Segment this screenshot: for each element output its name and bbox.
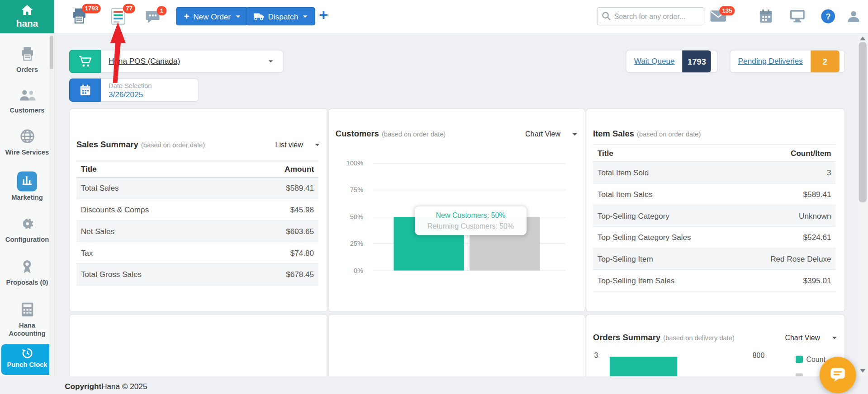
register-display-button[interactable]	[790, 9, 805, 26]
column-amount: Amount	[285, 164, 314, 174]
sales-summary-subtitle: (based on order date)	[141, 141, 205, 149]
date-selector[interactable]: Date Selection 3/26/2025	[69, 79, 199, 102]
column-count-item: Count/Item	[791, 149, 831, 158]
chevron-down-icon	[315, 144, 320, 146]
table-header: Title Amount	[76, 160, 318, 178]
pending-deliveries-link[interactable]: Pending Deliveries	[730, 50, 811, 72]
empty-card	[69, 314, 328, 376]
table-row: Total Item Sales$589.41	[593, 183, 835, 205]
chevron-down-icon	[269, 60, 273, 62]
sales-summary-view-toggle[interactable]: List view	[275, 141, 320, 149]
tooltip-new-customers: New Customers: 50%	[418, 211, 523, 220]
wait-queue-link[interactable]: Wait Queue	[626, 50, 683, 72]
print-queue-button[interactable]: 1793	[71, 8, 88, 27]
chat-fab-icon	[829, 366, 847, 383]
punch-clock-icon	[21, 347, 33, 359]
logo-text: hana	[0, 18, 54, 29]
store-selector[interactable]: Hana POS (Canada)	[69, 50, 284, 73]
sidebar-label: Marketing	[5, 193, 49, 202]
column-title: Title	[81, 164, 97, 174]
column-title: Title	[598, 149, 613, 158]
store-selector-value: Hana POS (Canada)	[109, 56, 180, 66]
messages-badge: 1	[157, 6, 166, 15]
copyright-text: Hana © 2025	[101, 382, 147, 391]
sidebar-item-wire-services[interactable]: Wire Services	[0, 129, 54, 157]
calendar-icon	[759, 9, 773, 24]
orders-count-bar[interactable]	[610, 357, 677, 376]
topbar: hana 1793 77 1 + New Order Dispatch +	[0, 0, 868, 34]
sidebar-item-proposals[interactable]: Proposals (0)	[0, 259, 54, 287]
new-order-button[interactable]: + New Order	[176, 7, 248, 25]
mail-button[interactable]: 135	[710, 10, 726, 24]
chevron-down-icon	[573, 133, 577, 135]
table-row: Total Sales$589.41	[76, 178, 318, 199]
scroll-up-arrow[interactable]	[860, 37, 865, 41]
sidebar-item-configuration[interactable]: Configuration	[0, 216, 54, 244]
sidebar-item-marketing[interactable]: Marketing	[0, 171, 54, 202]
monitor-icon	[790, 9, 805, 23]
orders-icon	[19, 47, 34, 61]
customers-card: Customers (based on order date) Chart Vi…	[328, 108, 585, 312]
orders-summary-card: Orders Summary (based on delivery date) …	[586, 314, 845, 376]
store-selector-icon-box	[69, 50, 101, 73]
mail-badge: 135	[719, 6, 735, 15]
print-queue-badge: 1793	[82, 4, 101, 14]
home-icon	[22, 5, 33, 15]
sidebar-scrollbar-thumb[interactable]	[50, 36, 53, 69]
customers-title: Customers	[336, 129, 379, 138]
user-icon	[847, 9, 861, 23]
sidebar-label: Configuration	[5, 236, 49, 244]
sidebar-item-hana-accounting[interactable]: Hana Accounting	[0, 302, 54, 338]
sidebar: Orders Customers Wire Services Marketing…	[0, 33, 55, 376]
view-toggle-label: Chart View	[525, 130, 560, 138]
calendar-button[interactable]	[759, 9, 773, 26]
open-orders-button[interactable]: 77	[111, 8, 126, 27]
punch-clock-label: Punch Clock	[1, 361, 53, 368]
item-sales-table: Title Count/Item Total Item Sold3 Total …	[593, 145, 835, 292]
logo[interactable]: hana	[0, 0, 54, 33]
add-tab-button[interactable]: +	[319, 7, 328, 24]
vertical-scrollbar[interactable]	[857, 33, 868, 376]
sidebar-item-customers[interactable]: Customers	[0, 89, 54, 115]
sidebar-label: Orders	[5, 66, 49, 75]
customers-view-toggle[interactable]: Chart View	[525, 130, 577, 138]
award-icon	[20, 259, 33, 274]
marketing-chart-icon	[17, 171, 37, 191]
messages-button[interactable]: 1	[145, 10, 161, 27]
help-button[interactable]: ?	[821, 9, 835, 23]
search-input[interactable]	[613, 8, 702, 24]
app-root: hana 1793 77 1 + New Order Dispatch +	[0, 0, 868, 394]
dispatch-button[interactable]: Dispatch	[246, 7, 316, 25]
customers-subtitle: (based on order date)	[382, 131, 446, 138]
orders-summary-view-toggle[interactable]: Chart View	[785, 333, 836, 342]
user-menu-button[interactable]	[847, 9, 861, 26]
legend-swatch-count	[796, 356, 803, 363]
copyright-label: Copyright	[65, 382, 101, 391]
gear-icon	[19, 216, 34, 231]
tooltip-returning-customers: Returning Customers: 50%	[418, 222, 523, 230]
live-chat-button[interactable]	[820, 357, 856, 394]
wait-queue-count: 1793	[683, 50, 711, 72]
table-row: Discounts & Comps$45.98	[76, 199, 318, 221]
date-selection-label: Date Selection	[109, 82, 152, 89]
punch-clock-button[interactable]: Punch Clock	[1, 344, 53, 375]
item-sales-title: Item Sales	[593, 129, 634, 138]
item-sales-subtitle: (based on order date)	[637, 131, 701, 138]
scroll-down-arrow[interactable]	[860, 369, 865, 373]
chart-tooltip: New Customers: 50% Returning Customers: …	[415, 206, 526, 235]
sales-summary-card: Sales Summary (based on order date) List…	[69, 108, 328, 312]
sidebar-scrollbar[interactable]	[49, 33, 54, 376]
orders-summary-title: Orders Summary	[593, 333, 660, 342]
legend-label-count: Count	[806, 355, 825, 363]
sidebar-item-orders[interactable]: Orders	[0, 47, 54, 75]
pending-deliveries: Pending Deliveries 2	[730, 50, 845, 73]
chevron-down-icon	[832, 337, 837, 339]
scrollbar-thumb[interactable]	[859, 42, 867, 202]
calculator-icon	[21, 302, 33, 317]
truck-icon	[254, 13, 264, 20]
sidebar-label: Customers	[5, 106, 49, 115]
caret-down-icon	[236, 15, 240, 18]
dispatch-label: Dispatch	[268, 12, 299, 21]
search-box	[597, 7, 704, 25]
sidebar-label: Hana Accounting	[5, 321, 49, 338]
